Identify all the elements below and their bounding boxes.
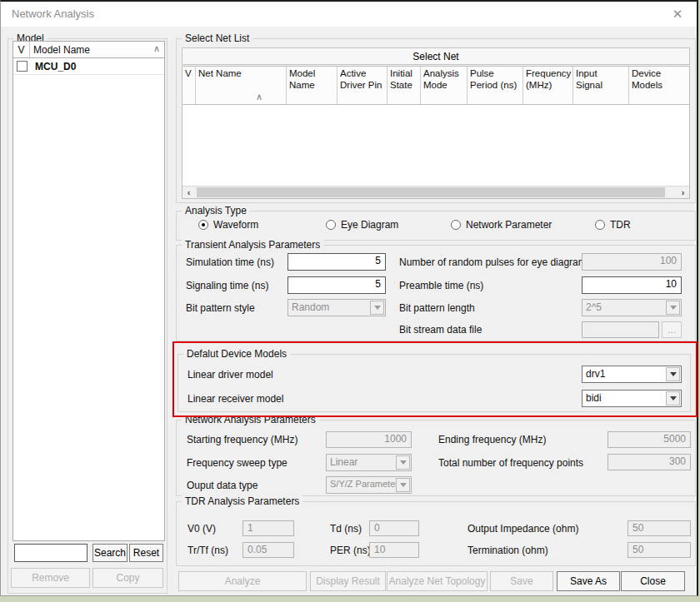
preamble-time-label: Preamble time (ns) [399, 280, 483, 291]
title-bar: Network Analysis ✕ [1, 2, 697, 27]
bit-stream-file-label: Bit stream data file [399, 324, 482, 336]
linear-driver-model-combo[interactable]: drv1 [582, 366, 682, 383]
bit-pattern-style-label: Bit pattern style [186, 302, 255, 314]
network-analysis-dialog: Network Analysis ✕ Model V Model Name ∧ … [0, 0, 698, 596]
tr-tf-label: Tr/Tf (ns) [188, 545, 228, 556]
v0-label: V0 (V) [188, 523, 216, 535]
analysis-type-group-label: Analysis Type [182, 205, 250, 216]
net-table-body [182, 105, 689, 186]
model-name-column-header[interactable]: Model Name ∧ [30, 42, 164, 57]
net-sort-ascending-icon[interactable]: ∧ [256, 92, 262, 102]
net-col-check[interactable]: V [182, 67, 196, 104]
save-button[interactable]: Save [490, 571, 553, 591]
transient-group-label: Transient Analysis Parameters [182, 239, 323, 251]
signaling-time-input[interactable]: 5 [288, 276, 386, 294]
chevron-down-icon [666, 301, 680, 315]
analyze-button[interactable]: Analyze [178, 571, 307, 591]
linear-receiver-model-combo[interactable]: bidi [582, 390, 682, 407]
bit-pattern-length-combo: 2^5 [582, 299, 682, 316]
frequency-points-label: Total number of frequency points [438, 457, 583, 469]
td-label: Td (ns) [330, 523, 362, 535]
simulation-time-input[interactable]: 5 [288, 253, 386, 271]
net-col-active-driver-pin[interactable]: Active Driver Pin [338, 67, 388, 104]
select-net-list-group-label: Select Net List [182, 32, 252, 44]
net-table-header: V Net Name ∧ Model Name Active Driver Pi… [182, 67, 689, 105]
bit-stream-file-input [582, 321, 659, 338]
radio-eye-diagram-circle [326, 220, 336, 230]
net-col-analysis-mode[interactable]: Analysis Mode [421, 67, 468, 104]
output-data-type-combo: S/Y/Z Parameter [326, 476, 412, 494]
analyze-net-topology-button[interactable]: Analyze Net Topology [387, 571, 488, 591]
termination-label: Termination (ohm) [468, 545, 548, 556]
background-strip [0, 596, 700, 602]
output-impedance-input: 50 [628, 520, 691, 536]
ending-frequency-input: 5000 [608, 431, 691, 448]
net-col-model-name[interactable]: Model Name [287, 67, 338, 104]
sort-ascending-icon[interactable]: ∧ [153, 43, 160, 54]
radio-network-parameter[interactable]: Network Parameter [451, 219, 552, 231]
chevron-down-icon[interactable] [666, 367, 680, 381]
frequency-points-input: 300 [608, 454, 691, 470]
scroll-left-icon[interactable]: ‹ [182, 187, 195, 198]
output-data-type-label: Ouput data type [187, 480, 258, 491]
termination-input: 50 [628, 542, 691, 558]
chevron-down-icon[interactable] [666, 391, 680, 405]
preamble-time-input[interactable]: 10 [582, 276, 682, 294]
scrollbar-thumb[interactable] [197, 187, 665, 197]
linear-driver-model-label: Linear driver model [188, 369, 273, 381]
starting-frequency-input: 1000 [326, 431, 412, 448]
radio-waveform[interactable]: Waveform [198, 219, 258, 231]
starting-frequency-label: Starting frequency (MHz) [187, 434, 298, 445]
net-col-device-models[interactable]: Device Models [629, 67, 689, 104]
model-row-mcu-d0[interactable]: MCU_D0 [13, 58, 164, 75]
chevron-down-icon [370, 301, 384, 315]
output-impedance-label: Output Impedance (ohm) [468, 523, 578, 535]
model-name-cell: MCU_D0 [35, 61, 76, 72]
linear-receiver-model-label: Linear receiver model [188, 393, 283, 405]
search-button[interactable]: Search [92, 544, 128, 562]
v0-input: 1 [242, 520, 294, 536]
model-list-header: V Model Name ∧ [13, 42, 164, 58]
radio-network-parameter-circle [451, 220, 461, 230]
tdr-params-group-label: TDR Analysis Parameters [182, 495, 302, 507]
scroll-right-icon[interactable]: › [677, 187, 689, 198]
chevron-down-icon [396, 455, 410, 470]
frequency-sweep-type-combo: Linear [326, 454, 412, 471]
display-result-button[interactable]: Display Result [310, 571, 386, 591]
remove-button[interactable]: Remove [11, 568, 90, 588]
default-device-models-group-label: Defalut Device Models [183, 348, 290, 360]
browse-button: ... [662, 321, 682, 338]
net-col-net-name[interactable]: Net Name ∧ [196, 67, 287, 104]
bit-pattern-style-combo: Random [288, 299, 386, 316]
net-col-initial-state[interactable]: Initial State [388, 67, 421, 104]
dialog-title: Network Analysis [12, 7, 94, 20]
ending-frequency-label: Ending frequency (MHz) [438, 434, 546, 445]
net-table-hscrollbar[interactable]: ‹ › [182, 186, 689, 198]
copy-button[interactable]: Copy [92, 568, 163, 588]
signaling-time-label: Signaling time (ns) [186, 280, 268, 291]
radio-eye-diagram[interactable]: Eye Diagram [326, 219, 398, 231]
select-net-button[interactable]: Select Net [182, 47, 690, 65]
model-search-input[interactable] [14, 544, 88, 562]
net-col-input-signal[interactable]: Input Signal [573, 67, 629, 104]
radio-waveform-circle [198, 220, 208, 230]
reset-button[interactable]: Reset [129, 544, 163, 562]
radio-tdr[interactable]: TDR [595, 219, 631, 231]
desktop-background: Network Analysis ✕ Model V Model Name ∧ … [0, 0, 700, 602]
per-input: 10 [369, 542, 419, 558]
save-as-button[interactable]: Save As [557, 571, 620, 591]
model-check-column-header[interactable]: V [13, 42, 30, 57]
net-col-pulse-period[interactable]: Pulse Period (ns) [468, 67, 523, 104]
radio-tdr-circle [595, 220, 605, 230]
model-checkbox[interactable] [17, 61, 28, 72]
random-pulses-label: Number of random pulses for eye diagram [399, 256, 587, 268]
model-list: V Model Name ∧ MCU_D0 [12, 41, 165, 541]
net-col-frequency[interactable]: Frequency (MHz) [523, 67, 573, 104]
network-params-group-label: Network Analysis Parameters [182, 414, 319, 425]
close-icon[interactable]: ✕ [665, 3, 690, 25]
random-pulses-input: 100 [582, 253, 682, 271]
per-label: PER (ns) [330, 545, 371, 556]
net-table: V Net Name ∧ Model Name Active Driver Pi… [182, 66, 690, 199]
close-button[interactable]: Close [621, 571, 685, 591]
chevron-down-icon [396, 478, 410, 492]
